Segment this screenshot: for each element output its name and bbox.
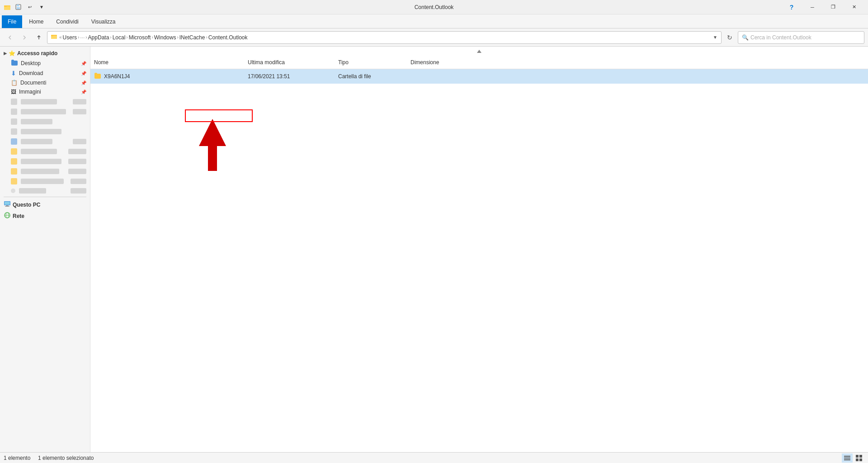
quick-access-label: Accesso rapido <box>17 50 57 57</box>
title-bar: ↩ ▼ Content.Outlook ? ─ ❐ ✕ <box>0 0 868 14</box>
col-header-date[interactable]: Ultima modifica <box>244 58 335 66</box>
sort-indicator[interactable] <box>90 47 868 56</box>
desktop-icon <box>11 60 18 67</box>
window-controls: ? ─ ❐ ✕ <box>781 0 864 14</box>
documenti-pin: 📌 <box>81 80 86 85</box>
sidebar-quick-access-header[interactable]: ▶ ⭐ Accesso rapido <box>0 48 90 58</box>
immagini-icon: 🖼 <box>11 89 16 95</box>
sidebar-rete-header[interactable]: Rete <box>0 210 90 222</box>
sidebar-item-desktop[interactable]: Desktop 📌 <box>0 58 90 68</box>
address-dropdown-button[interactable]: ▼ <box>713 35 717 40</box>
back-button[interactable] <box>4 31 16 44</box>
restore-button[interactable]: ❐ <box>823 0 844 14</box>
address-sep-4: › <box>126 35 127 40</box>
ribbon-tabs: File Home Condividi Visualizza <box>0 14 868 28</box>
svg-rect-20 <box>856 455 859 458</box>
up-button[interactable] <box>33 31 45 44</box>
sidebar-blurred-2 <box>0 107 90 116</box>
qat-save-button[interactable] <box>13 2 24 13</box>
quick-access-chevron: ▶ <box>4 51 7 56</box>
download-icon: ⬇ <box>11 70 16 77</box>
view-large-icons-button[interactable] <box>854 454 864 463</box>
title-bar-left: ↩ ▼ <box>4 2 47 13</box>
download-pin: 📌 <box>81 71 86 76</box>
address-icon <box>51 34 57 41</box>
svg-rect-8 <box>51 35 53 36</box>
search-icon: 🔍 <box>742 34 749 41</box>
desktop-pin: 📌 <box>81 61 86 66</box>
documenti-icon: 📋 <box>11 80 18 86</box>
sidebar-blurred-5 <box>0 137 90 146</box>
address-sep-6: › <box>177 35 178 40</box>
rete-icon <box>4 212 11 220</box>
minimize-button[interactable]: ─ <box>802 0 823 14</box>
status-bar-right <box>842 454 864 463</box>
window-title: Content.Outlook <box>415 4 454 10</box>
col-header-type[interactable]: Tipo <box>335 58 407 66</box>
questo-pc-icon <box>4 201 11 208</box>
tab-home[interactable]: Home <box>23 15 49 28</box>
quick-access-toolbar: ↩ ▼ <box>13 2 47 13</box>
sidebar-blurred-9 <box>0 177 90 186</box>
refresh-button[interactable]: ↻ <box>723 31 736 44</box>
desktop-label: Desktop <box>21 60 41 66</box>
svg-rect-17 <box>844 456 850 457</box>
address-part-users: Users <box>63 34 77 41</box>
help-button[interactable]: ? <box>781 0 802 14</box>
close-button[interactable]: ✕ <box>844 0 864 14</box>
view-details-button[interactable] <box>842 454 853 463</box>
forward-button[interactable] <box>18 31 31 44</box>
sidebar-blurred-1 <box>0 97 90 106</box>
address-sep-5: › <box>151 35 153 40</box>
svg-rect-22 <box>856 458 859 461</box>
sidebar-blurred-7 <box>0 157 90 166</box>
sidebar: ▶ ⭐ Accesso rapido Desktop 📌 ⬇ Download … <box>0 47 90 452</box>
sidebar-item-documenti[interactable]: 📋 Documenti 📌 <box>0 78 90 87</box>
col-header-size[interactable]: Dimensione <box>407 58 461 66</box>
sidebar-item-immagini[interactable]: 🖼 Immagini 📌 <box>0 87 90 96</box>
tab-condividi[interactable]: Condividi <box>50 15 84 28</box>
svg-rect-2 <box>4 5 7 7</box>
sidebar-blurred-6 <box>0 147 90 156</box>
qat-dropdown-button[interactable]: ▼ <box>36 2 47 13</box>
file-name: X9A6N1J4 <box>104 73 130 80</box>
svg-rect-12 <box>5 206 9 207</box>
search-bar[interactable]: 🔍 Cerca in Content.Outlook <box>738 31 864 44</box>
file-size-cell <box>407 76 461 77</box>
svg-rect-10 <box>5 202 10 205</box>
sidebar-blurred-3 <box>0 117 90 126</box>
address-part-user: ··· <box>80 34 85 41</box>
main-area: ▶ ⭐ Accesso rapido Desktop 📌 ⬇ Download … <box>0 47 868 452</box>
content-area: Nome Ultima modifica Tipo Dimensione X9A… <box>90 47 868 452</box>
navigation-bar: « Users › ··· › AppData › Local › Micros… <box>0 28 868 47</box>
file-row-x9a6n1j4[interactable]: X9A6N1J4 17/06/2021 13:51 Cartella di fi… <box>90 69 868 84</box>
annotation-red-box <box>185 109 253 122</box>
address-sep-2: › <box>85 35 87 40</box>
address-sep-7: › <box>206 35 207 40</box>
download-label: Download <box>19 70 43 76</box>
sidebar-item-download[interactable]: ⬇ Download 📌 <box>0 68 90 78</box>
selected-count-text: 1 elemento selezionato <box>38 455 94 461</box>
annotation-arrow <box>194 114 231 173</box>
address-part-appdata: AppData <box>88 34 109 41</box>
sidebar-separator <box>4 197 86 197</box>
sidebar-blurred-10 <box>0 187 90 195</box>
search-placeholder: Cerca in Content.Outlook <box>750 34 811 41</box>
immagini-label: Immagini <box>19 89 41 95</box>
svg-rect-5 <box>17 7 20 9</box>
svg-rect-19 <box>844 459 850 460</box>
tab-file[interactable]: File <box>2 15 22 28</box>
qat-undo-button[interactable]: ↩ <box>24 2 35 13</box>
sidebar-blurred-8 <box>0 167 90 176</box>
tab-visualizza[interactable]: Visualizza <box>85 15 122 28</box>
col-header-name[interactable]: Nome <box>90 58 244 66</box>
svg-rect-23 <box>859 458 862 461</box>
file-name-cell: X9A6N1J4 <box>90 72 244 81</box>
svg-rect-21 <box>859 455 862 458</box>
address-part-content: Content.Outlook <box>208 34 248 41</box>
file-type-cell: Cartella di file <box>335 72 407 80</box>
window-icon <box>4 4 11 11</box>
sidebar-questo-pc-header[interactable]: Questo PC <box>0 199 90 210</box>
address-bar[interactable]: « Users › ··· › AppData › Local › Micros… <box>47 31 722 44</box>
address-part-microsoft: Microsoft <box>129 34 151 41</box>
